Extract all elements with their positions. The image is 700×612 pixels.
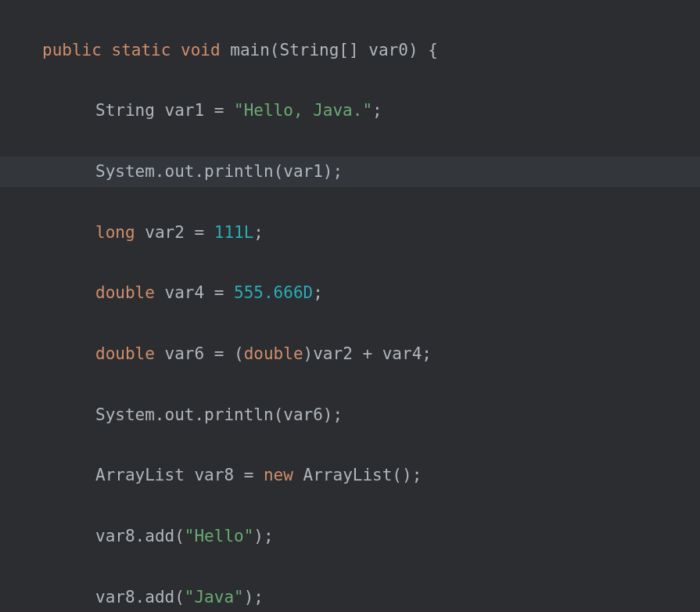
keyword: public (42, 41, 102, 59)
paren: ( (392, 466, 402, 484)
number-literal: 111L (214, 223, 254, 242)
code-line-5: double var4 = 555.666D; (0, 278, 700, 308)
variable: var0 (368, 41, 408, 59)
argument: var6 (283, 405, 323, 424)
code-line-6: double var6 = (double)var2 + var4; (0, 339, 700, 369)
variable: var4 (382, 344, 422, 363)
code-line-9: var8.add("Hello"); (0, 521, 700, 552)
code-line-2: String var1 = "Hello, Java."; (0, 95, 700, 126)
paren: ) (408, 41, 418, 59)
variable: var4 (165, 283, 205, 302)
string-literal: "Hello" (185, 527, 254, 545)
code-line-4: long var2 = 111L; (0, 218, 700, 248)
variable: var1 (165, 101, 205, 120)
dot: . (155, 162, 165, 181)
dot: . (194, 405, 204, 424)
dot: . (135, 588, 145, 607)
cast-type: double (244, 344, 303, 363)
paren: ) (402, 466, 412, 484)
code-line-1: public static void main(String[] var0) { (0, 35, 700, 66)
keyword: void (181, 41, 221, 59)
operator: = (185, 223, 214, 242)
semicolon: ; (253, 223, 264, 242)
semicolon: ; (264, 527, 274, 545)
keyword: new (264, 466, 293, 484)
semicolon: ; (253, 588, 264, 607)
type: String (280, 41, 339, 59)
paren: ) (323, 162, 333, 181)
variable: var2 (145, 223, 185, 242)
operator: = (204, 344, 234, 363)
code-line-7: System.out.println(var6); (0, 400, 700, 430)
operator: = (234, 466, 264, 484)
variable: var8 (95, 588, 135, 607)
variable: var2 (313, 344, 353, 363)
method-call: println (204, 405, 274, 424)
code-block: public static void main(String[] var0) {… (0, 5, 700, 612)
semicolon: ; (313, 283, 323, 302)
field: out (165, 405, 195, 424)
operator: = (204, 283, 234, 302)
keyword: long (95, 223, 135, 242)
method-call: add (145, 527, 174, 545)
dot: . (155, 405, 165, 424)
code-line-8: ArrayList var8 = new ArrayList(); (0, 460, 700, 491)
keyword: static (112, 41, 171, 59)
method-call: println (204, 162, 274, 181)
semicolon: ; (412, 466, 422, 484)
semicolon: ; (333, 405, 343, 424)
code-line-3: System.out.println(var1); (0, 157, 700, 187)
field: out (165, 162, 195, 181)
paren: ( (274, 405, 284, 424)
paren: ( (174, 527, 185, 545)
operator: = (204, 101, 234, 120)
method-call: add (145, 588, 174, 607)
paren: ) (253, 527, 264, 545)
variable: var6 (165, 344, 205, 363)
paren: ) (303, 344, 314, 363)
paren: ( (270, 41, 280, 59)
paren: ) (244, 588, 254, 607)
paren: ) (323, 405, 333, 424)
number-literal: 555.666D (234, 283, 313, 302)
dot: . (135, 527, 145, 545)
semicolon: ; (422, 344, 432, 363)
paren: ( (174, 588, 185, 607)
argument: var1 (283, 162, 323, 181)
operator: + (353, 344, 382, 363)
type: String (95, 101, 155, 120)
type: ArrayList (95, 466, 185, 484)
keyword: double (95, 283, 155, 302)
array-brackets: [] (339, 41, 368, 59)
code-line-10: var8.add("Java"); (0, 582, 700, 612)
keyword: double (95, 344, 155, 363)
paren: ( (234, 344, 244, 363)
constructor: ArrayList (303, 466, 393, 484)
string-literal: "Hello, Java." (234, 101, 372, 120)
class-ref: System (95, 162, 155, 181)
string-literal: "Java" (185, 588, 244, 607)
method-name: main (230, 41, 270, 59)
brace: { (418, 41, 438, 59)
dot: . (194, 162, 204, 181)
paren: ( (274, 162, 284, 181)
class-ref: System (95, 405, 155, 424)
semicolon: ; (372, 101, 382, 120)
variable: var8 (95, 527, 135, 545)
semicolon: ; (333, 162, 343, 181)
variable: var8 (194, 466, 234, 484)
